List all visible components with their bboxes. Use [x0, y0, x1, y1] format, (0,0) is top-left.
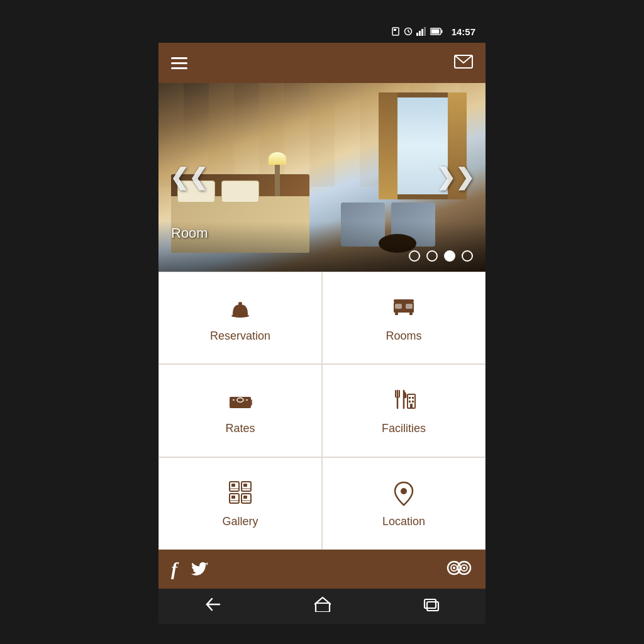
facilities-item[interactable]: Facilities: [322, 364, 486, 457]
svg-rect-34: [412, 397, 414, 399]
home-icon: [314, 597, 331, 612]
dot-3[interactable]: [444, 250, 455, 262]
status-bar: 14:57: [158, 20, 486, 43]
social-footer: f: [158, 550, 486, 589]
svg-rect-18: [395, 304, 402, 309]
svg-point-53: [453, 567, 455, 569]
svg-rect-36: [412, 401, 414, 402]
svg-rect-39: [231, 484, 235, 487]
svg-rect-61: [427, 602, 438, 611]
recent-icon: [423, 597, 440, 611]
back-button[interactable]: [192, 592, 235, 620]
svg-rect-6: [419, 31, 421, 36]
back-icon: [204, 597, 222, 611]
facilities-label: Facilities: [382, 422, 426, 435]
bottom-nav: [158, 589, 486, 624]
dot-2[interactable]: [426, 250, 438, 262]
facebook-button[interactable]: f: [171, 558, 177, 580]
gallery-label: Gallery: [222, 515, 258, 528]
rates-item[interactable]: Rates: [158, 364, 322, 457]
facilities-icon: [390, 386, 418, 416]
rates-icon: [226, 386, 254, 416]
svg-rect-45: [231, 496, 235, 499]
svg-rect-15: [233, 313, 248, 315]
carousel-dots: [409, 250, 473, 262]
clock-icon: [404, 27, 413, 36]
home-button[interactable]: [302, 592, 343, 621]
svg-rect-21: [409, 313, 413, 315]
battery-icon: [430, 28, 443, 35]
svg-rect-0: [392, 28, 399, 35]
menu-button[interactable]: [171, 57, 187, 69]
app-header: [158, 43, 486, 83]
carousel-label: Room: [171, 225, 208, 242]
svg-rect-35: [409, 401, 411, 402]
svg-rect-14: [238, 302, 242, 305]
svg-point-57: [458, 569, 460, 571]
gallery-icon: [226, 479, 254, 509]
svg-rect-10: [441, 30, 442, 33]
status-time: 14:57: [452, 26, 475, 37]
location-icon: [390, 479, 418, 509]
location-label: Location: [382, 515, 425, 528]
svg-point-56: [463, 567, 465, 569]
signal-icon: [416, 27, 426, 36]
svg-rect-37: [410, 404, 413, 408]
svg-rect-48: [243, 496, 247, 499]
dot-1[interactable]: [409, 250, 420, 262]
image-carousel: ❮❮ ❯❯ Room: [158, 83, 486, 272]
recent-button[interactable]: [411, 592, 452, 620]
social-links: f: [171, 558, 445, 580]
svg-line-4: [408, 31, 410, 33]
rooms-icon: [390, 293, 418, 323]
phone-frame: 14:57: [158, 20, 486, 624]
reservation-item[interactable]: Reservation: [158, 272, 322, 364]
svg-rect-20: [395, 313, 398, 315]
svg-rect-7: [421, 29, 423, 36]
menu-grid: Reservation Rooms: [158, 272, 486, 550]
gallery-item[interactable]: Gallery: [158, 457, 322, 550]
dot-4[interactable]: [462, 250, 473, 262]
carousel-prev[interactable]: ❮❮: [165, 159, 213, 196]
svg-rect-33: [409, 397, 411, 399]
mail-icon: [454, 55, 473, 69]
svg-rect-42: [243, 484, 247, 487]
svg-rect-8: [424, 27, 426, 36]
svg-rect-5: [416, 33, 418, 36]
reservation-label: Reservation: [210, 330, 270, 343]
status-icons: 14:57: [391, 26, 475, 37]
svg-rect-59: [316, 603, 330, 612]
sim-icon: [391, 27, 400, 36]
tripadvisor-button[interactable]: [445, 559, 473, 579]
svg-rect-16: [394, 299, 414, 303]
svg-rect-1: [394, 29, 396, 31]
svg-point-50: [401, 488, 407, 494]
svg-rect-60: [425, 599, 436, 608]
svg-rect-19: [406, 304, 413, 309]
location-item[interactable]: Location: [322, 457, 486, 550]
mail-button[interactable]: [454, 55, 473, 71]
rooms-item[interactable]: Rooms: [322, 272, 486, 364]
carousel-next[interactable]: ❯❯: [431, 159, 479, 196]
rooms-label: Rooms: [386, 330, 421, 343]
svg-rect-11: [431, 30, 439, 34]
twitter-button[interactable]: [190, 558, 210, 576]
rates-label: Rates: [225, 422, 255, 435]
tripadvisor-icon: [445, 559, 473, 577]
reservation-icon: [226, 293, 254, 323]
